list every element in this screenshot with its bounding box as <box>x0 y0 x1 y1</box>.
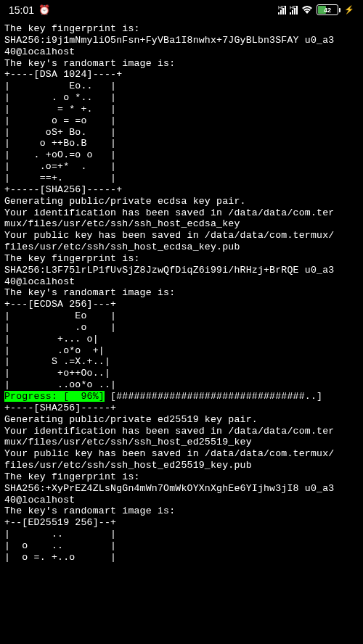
terminal-line: | +... o| <box>4 334 99 344</box>
terminal-line: mux/files/usr/etc/ssh/ssh_host_ecdsa_key <box>4 218 240 229</box>
terminal-line: 40@localhost <box>4 46 75 57</box>
terminal-line: The key fingerprint is: <box>4 23 140 34</box>
terminal-line: The key's randomart image is: <box>4 287 175 298</box>
terminal-line: | = * +. | <box>4 104 116 115</box>
terminal-line: The key fingerprint is: <box>4 253 140 264</box>
terminal-line: | . o *.. | <box>4 92 116 103</box>
terminal-line: Generating public/private ed25519 key pa… <box>4 414 258 425</box>
terminal-line: SHA256:+XyPrEZ4ZLsNgGn4mWn7OmWkOYXnXghEe… <box>4 483 334 494</box>
terminal-line: | .. | <box>4 529 116 540</box>
battery-percent: 42 <box>317 7 338 15</box>
terminal-line: 40@localhost <box>4 276 75 287</box>
signal-2: HD <box>290 6 298 15</box>
terminal-line: The key's randomart image is: <box>4 505 175 516</box>
clock-time: 15:01 <box>9 4 34 17</box>
terminal-line: +----[DSA 1024]----+ <box>4 69 122 80</box>
terminal-line: Your identification has been saved in /d… <box>4 426 334 437</box>
charging-icon: ⚡ <box>344 5 354 15</box>
terminal-line: | o = =o | <box>4 115 116 126</box>
terminal-line: Your public key has been saved in /data/… <box>4 230 334 241</box>
terminal-output[interactable]: The key fingerprint is: SHA256:i9j1mNmyl… <box>0 20 363 566</box>
terminal-line: | ==+. | <box>4 173 116 183</box>
terminal-line: files/usr/etc/ssh/ssh_host_ed25519_key.p… <box>4 460 252 471</box>
terminal-line: | Eo | <box>4 310 116 321</box>
terminal-line: | oS+ Bo. | <box>4 127 116 138</box>
status-right: HD HD 42 ⚡ <box>278 4 354 17</box>
terminal-line: mux/files/usr/etc/ssh/ssh_host_ed25519_k… <box>4 437 252 447</box>
terminal-line: The key fingerprint is: <box>4 471 140 482</box>
terminal-line: | . +oO.=o o | <box>4 149 116 160</box>
terminal-line: | .o | <box>4 322 116 333</box>
terminal-line: SHA256:i9j1mNmyliO5nFsn+FyVBa1I8nwhx+7JG… <box>4 35 334 46</box>
terminal-line: 40@localhost <box>4 495 75 505</box>
terminal-line: Your public key has been saved in /data/… <box>4 448 334 459</box>
alarm-icon: ⏰ <box>38 4 50 16</box>
status-bar: 15:01 ⏰ HD HD <box>0 0 363 20</box>
terminal-line: Your identification has been saved in /d… <box>4 207 334 218</box>
terminal-line: | ..oo*o ..| <box>4 379 116 390</box>
terminal-line: The key's randomart image is: <box>4 58 175 69</box>
terminal-line: | .o*o +| <box>4 345 105 356</box>
terminal-line: files/usr/etc/ssh/ssh_host_ecdsa_key.pub <box>4 242 240 252</box>
status-left: 15:01 ⏰ <box>9 4 50 17</box>
terminal-line: +---[ECDSA 256]---+ <box>4 299 116 310</box>
terminal-line: | Eo.. | <box>4 80 116 91</box>
terminal-line: +----[SHA256]-----+ <box>4 402 116 413</box>
terminal-line: Generating public/private ecdsa key pair… <box>4 196 246 207</box>
wifi-icon <box>301 4 313 17</box>
terminal-line: | +o++Oo..| <box>4 368 110 379</box>
terminal-line: | .o=+* . | <box>4 161 116 172</box>
terminal-line: | S .=X.+..| <box>4 356 110 367</box>
terminal-line: | o .. | <box>4 540 116 551</box>
terminal-line: SHA256:L3F75lrLP1fUvSjZ8JzwQfDiqZ6i99i/h… <box>4 265 334 276</box>
terminal-line: +-----[SHA256]-----+ <box>4 184 122 195</box>
progress-indicator: Progress: [ 96%] <box>4 391 105 402</box>
progress-bar: [################################..] <box>105 391 322 402</box>
terminal-line: | o =. +..o | <box>4 552 116 563</box>
terminal-line: | o ++Bo.B | <box>4 138 116 149</box>
terminal-line: +--[ED25519 256]--+ <box>4 517 116 528</box>
battery-indicator: 42 <box>317 4 340 15</box>
signal-1: HD <box>278 6 286 15</box>
